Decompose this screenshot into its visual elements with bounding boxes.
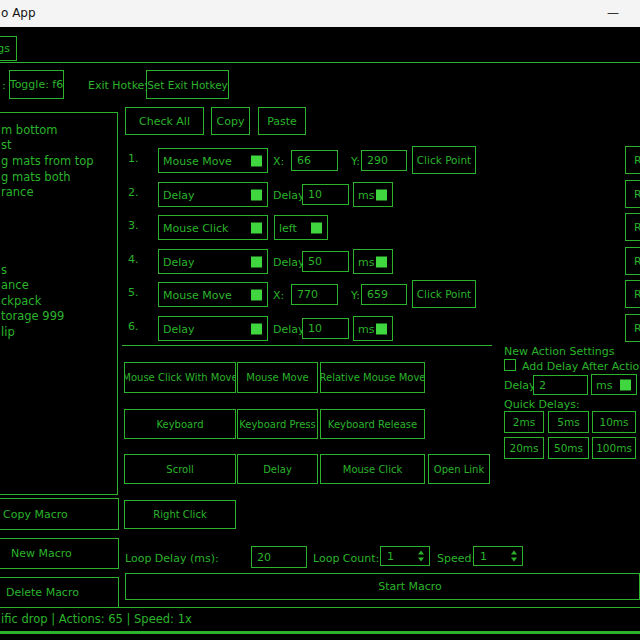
x-label: X: bbox=[273, 289, 284, 302]
speed-label: Speed: bbox=[437, 552, 475, 565]
remove-action-button[interactable]: R bbox=[625, 180, 640, 208]
quick-delay-50ms-button[interactable]: 50ms bbox=[548, 437, 589, 459]
quick-delay-100ms-button[interactable]: 100ms bbox=[592, 437, 636, 459]
titlebar: o App — bbox=[0, 0, 640, 27]
copy-button[interactable]: Copy bbox=[211, 107, 250, 135]
dropdown-indicator-icon bbox=[376, 189, 387, 200]
delay-input[interactable] bbox=[302, 184, 349, 205]
y-label: Y: bbox=[351, 155, 360, 168]
add-delay-after-action-label: Add Delay After Action bbox=[522, 360, 640, 373]
add-relative-mouse-move-button[interactable]: Relative Mouse Move bbox=[320, 362, 425, 393]
add-delay-button[interactable]: Delay bbox=[237, 454, 318, 484]
quick-delay-5ms-button[interactable]: 5ms bbox=[548, 411, 589, 433]
dropdown-indicator-icon bbox=[251, 155, 262, 166]
delay-unit-dropdown[interactable]: ms bbox=[353, 182, 393, 207]
delay-label: Delay bbox=[273, 323, 305, 336]
delay-label: Delay bbox=[273, 189, 305, 202]
action-type-dropdown[interactable]: Mouse Move bbox=[158, 148, 268, 173]
dropdown-indicator-icon bbox=[251, 323, 262, 334]
add-scroll-button[interactable]: Scroll bbox=[124, 454, 236, 484]
loop-count-label: Loop Count: bbox=[313, 552, 379, 565]
remove-action-button[interactable]: R bbox=[625, 280, 640, 308]
action-number: 4. bbox=[128, 253, 139, 266]
minimize-button[interactable]: — bbox=[598, 0, 628, 26]
toggle-hotkey-button[interactable]: Toggle: f6 bbox=[9, 70, 64, 99]
action-type-dropdown[interactable]: Delay bbox=[158, 316, 268, 341]
click-point-button[interactable]: Click Point bbox=[412, 146, 476, 174]
remove-action-button[interactable]: R bbox=[625, 213, 640, 241]
action-row: 4. Delay Delay ms R bbox=[0, 247, 640, 277]
click-point-button[interactable]: Click Point bbox=[412, 280, 476, 308]
remove-action-button[interactable]: R bbox=[625, 146, 640, 174]
new-action-delay-input[interactable] bbox=[533, 375, 588, 395]
dropdown-indicator-icon bbox=[251, 256, 262, 267]
start-macro-button[interactable]: Start Macro bbox=[125, 573, 640, 600]
action-row: 3. Mouse Click left R bbox=[0, 213, 640, 243]
x-label: X: bbox=[273, 155, 284, 168]
mouse-button-dropdown[interactable]: left bbox=[274, 215, 328, 240]
exit-hotkey-label: Exit Hotkey: bbox=[88, 79, 154, 92]
new-macro-button[interactable]: New Macro bbox=[0, 538, 119, 569]
action-row: 5. Mouse Move X: Y: Click Point R bbox=[0, 280, 640, 310]
new-action-delay-unit-dropdown[interactable]: ms bbox=[591, 374, 637, 395]
add-mouse-move-button[interactable]: Mouse Move bbox=[237, 362, 318, 393]
add-keyboard-press-button[interactable]: Keyboard Press bbox=[237, 409, 318, 439]
delay-input[interactable] bbox=[302, 251, 349, 272]
quick-delay-10ms-button[interactable]: 10ms bbox=[592, 411, 636, 433]
action-row: 6. Delay Delay ms R bbox=[0, 314, 640, 344]
remove-action-button[interactable]: R bbox=[625, 314, 640, 342]
y-label: Y: bbox=[351, 289, 360, 302]
quick-delays-label: Quick Delays: bbox=[504, 398, 580, 411]
dropdown-indicator-icon bbox=[376, 323, 387, 334]
toggle-hotkey-label: : bbox=[2, 79, 6, 92]
delay-label: Delay bbox=[273, 256, 305, 269]
quick-delay-2ms-button[interactable]: 2ms bbox=[504, 411, 544, 433]
action-number: 5. bbox=[128, 286, 139, 299]
delay-unit-dropdown[interactable]: ms bbox=[353, 316, 393, 341]
stepper-arrows-icon[interactable] bbox=[511, 551, 517, 562]
delay-input[interactable] bbox=[302, 318, 349, 339]
action-type-dropdown[interactable]: Delay bbox=[158, 249, 268, 274]
status-bar-top-border bbox=[0, 607, 640, 608]
tab-strip-divider bbox=[0, 62, 640, 63]
dropdown-indicator-icon bbox=[251, 189, 262, 200]
actions-panel-bottom-border bbox=[122, 345, 492, 346]
quick-delay-20ms-button[interactable]: 20ms bbox=[504, 437, 544, 459]
check-all-button[interactable]: Check All bbox=[125, 107, 204, 135]
add-delay-after-action-checkbox[interactable] bbox=[504, 359, 516, 371]
status-bar-bottom-border bbox=[0, 631, 640, 634]
delay-unit-dropdown[interactable]: ms bbox=[353, 249, 393, 274]
dropdown-indicator-icon bbox=[251, 289, 262, 300]
tab-settings[interactable]: gs bbox=[0, 36, 17, 61]
action-row: 2. Delay Delay ms R bbox=[0, 180, 640, 210]
speed-stepper[interactable]: 1 bbox=[473, 546, 523, 566]
y-input[interactable] bbox=[361, 150, 407, 171]
loop-delay-input[interactable] bbox=[251, 546, 307, 568]
x-input[interactable] bbox=[291, 150, 338, 171]
add-open-link-button[interactable]: Open Link bbox=[428, 454, 490, 484]
action-row: 1. Mouse Move X: Y: Click Point R bbox=[0, 146, 640, 176]
add-right-click-button[interactable]: Right Click bbox=[124, 500, 236, 529]
app-window: o App — gs : Toggle: f6 Exit Hotkey: Set… bbox=[0, 0, 640, 640]
y-input[interactable] bbox=[361, 284, 407, 305]
delete-macro-button[interactable]: Delete Macro bbox=[0, 577, 119, 608]
action-type-dropdown[interactable]: Delay bbox=[158, 182, 268, 207]
loop-delay-label: Loop Delay (ms): bbox=[125, 552, 219, 565]
add-mouse-click-button[interactable]: Mouse Click bbox=[320, 454, 425, 484]
add-mouse-click-with-move-button[interactable]: Mouse Click With Move bbox=[124, 362, 236, 393]
loop-count-stepper[interactable]: 1 bbox=[380, 546, 430, 566]
x-input[interactable] bbox=[291, 284, 338, 305]
tab-label: gs bbox=[0, 42, 10, 55]
dropdown-indicator-icon bbox=[251, 222, 262, 233]
action-type-dropdown[interactable]: Mouse Click bbox=[158, 215, 268, 240]
action-type-dropdown[interactable]: Mouse Move bbox=[158, 282, 268, 307]
macro-list-item[interactable]: m bottom bbox=[1, 123, 57, 137]
window-title: o App bbox=[1, 6, 36, 20]
set-exit-hotkey-button[interactable]: Set Exit Hotkey bbox=[146, 70, 229, 99]
copy-macro-button[interactable]: Copy Macro bbox=[0, 498, 119, 530]
add-keyboard-button[interactable]: Keyboard bbox=[124, 409, 236, 439]
paste-button[interactable]: Paste bbox=[258, 107, 306, 135]
remove-action-button[interactable]: R bbox=[625, 247, 640, 275]
stepper-arrows-icon[interactable] bbox=[418, 551, 424, 562]
add-keyboard-release-button[interactable]: Keyboard Release bbox=[320, 409, 425, 439]
